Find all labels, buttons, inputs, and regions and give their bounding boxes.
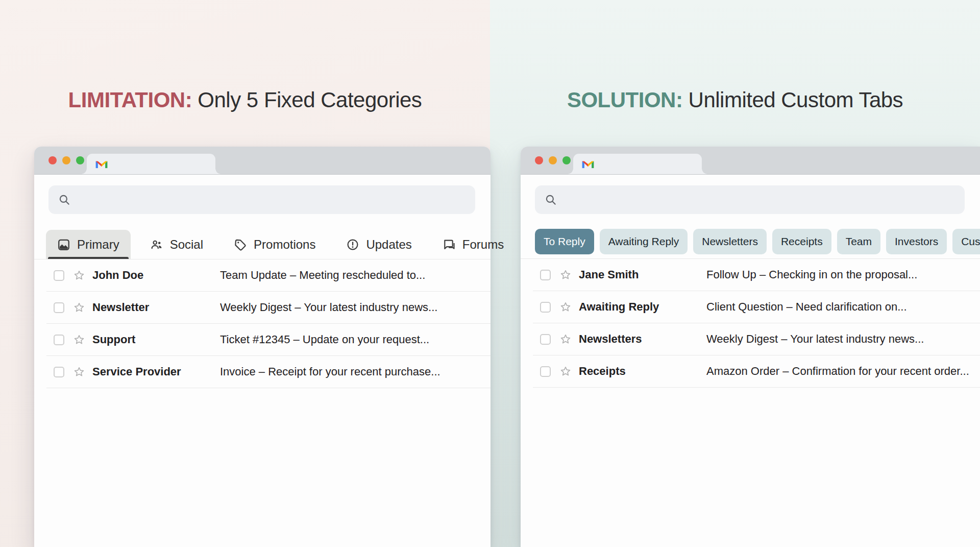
primary-inbox-icon: [57, 238, 70, 251]
browser-tab-gmail[interactable]: [87, 154, 215, 174]
solution-headline-rest: Unlimited Custom Tabs: [682, 88, 903, 112]
tab-team[interactable]: Team: [837, 229, 880, 254]
search-icon: [58, 193, 71, 206]
select-checkbox[interactable]: [54, 335, 64, 345]
email-sender: Jane Smith: [579, 268, 706, 281]
custom-tabs: To Reply Awaiting Reply Newsletters Rece…: [521, 229, 980, 259]
email-list: John Doe Team Update – Meeting reschedul…: [34, 259, 491, 388]
email-sender: Newsletter: [92, 301, 220, 314]
traffic-lights: [535, 156, 571, 164]
email-row[interactable]: Newsletter Weekly Digest – Your latest i…: [46, 292, 491, 324]
comparison-graphic: LIMITATION: Only 5 Fixed Categories SOLU…: [0, 0, 980, 547]
minimize-button[interactable]: [62, 156, 70, 164]
tab-label: Investors: [895, 235, 938, 248]
tab-label: To Reply: [544, 235, 585, 248]
email-row[interactable]: Receipts Amazon Order – Confirmation for…: [533, 355, 980, 388]
window-titlebar: [521, 147, 980, 175]
star-icon[interactable]: [73, 366, 85, 378]
email-sender: Awaiting Reply: [579, 300, 706, 314]
search-bar[interactable]: [48, 185, 475, 214]
select-checkbox[interactable]: [540, 270, 551, 280]
tab-label: Updates: [366, 237, 411, 252]
gmail-logo-icon: [95, 159, 108, 169]
minimize-button[interactable]: [549, 156, 557, 164]
email-sender: John Doe: [92, 269, 220, 282]
email-row[interactable]: John Doe Team Update – Meeting reschedul…: [46, 259, 491, 292]
limitation-headline-rest: Only 5 Fixed Categories: [192, 88, 422, 112]
email-sender: Service Provider: [92, 365, 220, 378]
star-icon[interactable]: [73, 269, 85, 281]
tab-customers[interactable]: Customers: [952, 229, 980, 254]
tab-to-reply[interactable]: To Reply: [535, 229, 594, 254]
browser-tab-gmail[interactable]: [573, 154, 702, 174]
alert-circle-icon: [346, 238, 359, 251]
email-subject: Team Update – Meeting rescheduled to...: [220, 269, 491, 282]
email-subject: Follow Up – Checking in on the proposal.…: [706, 268, 980, 281]
tab-label: Team: [846, 235, 872, 248]
select-checkbox[interactable]: [540, 334, 551, 345]
close-button[interactable]: [535, 156, 543, 164]
gmail-logo-icon: [581, 159, 595, 169]
search-icon: [544, 193, 557, 206]
tab-label: Promotions: [254, 237, 315, 252]
tab-label: Receipts: [781, 235, 823, 248]
tag-icon: [234, 238, 247, 251]
solution-headline: SOLUTION: Unlimited Custom Tabs: [490, 87, 980, 113]
select-checkbox[interactable]: [54, 367, 64, 377]
tab-receipts[interactable]: Receipts: [772, 229, 831, 254]
zoom-button[interactable]: [562, 156, 571, 164]
email-subject: Ticket #12345 – Update on your request..…: [220, 333, 491, 346]
tab-forums[interactable]: Forums: [431, 230, 515, 259]
select-checkbox[interactable]: [540, 302, 551, 313]
people-icon: [150, 238, 163, 251]
limitation-headline-highlight: LIMITATION:: [68, 88, 192, 112]
email-sender: Newsletters: [579, 332, 706, 346]
email-subject: Amazon Order – Confirmation for your rec…: [706, 365, 980, 378]
search-input[interactable]: [77, 193, 466, 207]
email-list: Jane Smith Follow Up – Checking in on th…: [521, 259, 980, 388]
email-row[interactable]: Jane Smith Follow Up – Checking in on th…: [533, 259, 980, 291]
close-button[interactable]: [48, 156, 57, 164]
star-icon[interactable]: [73, 334, 85, 346]
tab-investors[interactable]: Investors: [886, 229, 947, 254]
star-icon[interactable]: [73, 301, 85, 314]
email-sender: Support: [92, 333, 220, 346]
email-row[interactable]: Service Provider Invoice – Receipt for y…: [46, 356, 491, 388]
gmail-window-custom-tabs: To Reply Awaiting Reply Newsletters Rece…: [521, 147, 980, 547]
tab-label: Social: [170, 237, 203, 252]
star-icon[interactable]: [559, 365, 572, 377]
tab-social[interactable]: Social: [139, 230, 214, 259]
tab-primary[interactable]: Primary: [46, 230, 131, 259]
traffic-lights: [48, 156, 84, 164]
zoom-button[interactable]: [76, 156, 84, 164]
email-row[interactable]: Awaiting Reply Client Question – Need cl…: [533, 291, 980, 323]
category-tabs: Primary Social Promotions: [34, 230, 491, 259]
email-row[interactable]: Support Ticket #12345 – Update on your r…: [46, 324, 491, 356]
tab-promotions[interactable]: Promotions: [223, 230, 327, 259]
window-titlebar: [34, 147, 491, 175]
select-checkbox[interactable]: [54, 302, 64, 313]
tab-awaiting-reply[interactable]: Awaiting Reply: [600, 229, 688, 254]
tab-label: Forums: [462, 237, 504, 252]
select-checkbox[interactable]: [54, 270, 64, 281]
search-bar[interactable]: [535, 185, 965, 214]
solution-headline-highlight: SOLUTION:: [567, 88, 682, 112]
gmail-window-fixed-categories: Primary Social Promotions: [34, 147, 491, 547]
limitation-headline: LIMITATION: Only 5 Fixed Categories: [0, 87, 490, 113]
select-checkbox[interactable]: [540, 366, 551, 377]
star-icon[interactable]: [559, 333, 572, 345]
email-subject: Client Question – Need clarification on.…: [706, 300, 980, 314]
email-subject: Weekly Digest – Your latest industry new…: [220, 301, 491, 314]
chat-bubble-icon: [443, 238, 456, 251]
email-subject: Weekly Digest – Your latest industry new…: [706, 332, 980, 346]
star-icon[interactable]: [559, 301, 572, 313]
tab-label: Newsletters: [702, 235, 758, 248]
tab-updates[interactable]: Updates: [335, 230, 423, 259]
star-icon[interactable]: [559, 269, 572, 281]
email-row[interactable]: Newsletters Weekly Digest – Your latest …: [533, 323, 980, 355]
tab-newsletters[interactable]: Newsletters: [693, 229, 767, 254]
tab-label: Awaiting Reply: [608, 235, 679, 248]
tab-label: Primary: [77, 237, 119, 252]
search-input[interactable]: [564, 193, 955, 207]
email-sender: Receipts: [579, 365, 706, 378]
